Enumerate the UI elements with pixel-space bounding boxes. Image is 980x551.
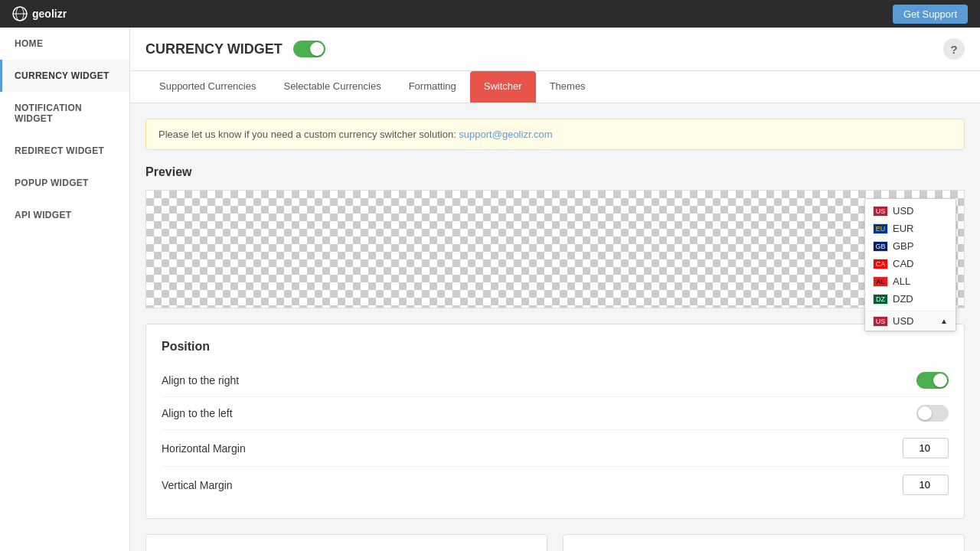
- align-left-toggle[interactable]: [916, 405, 949, 422]
- currency-code-gbp: GBP: [893, 240, 913, 252]
- currency-item-usd[interactable]: US USD: [865, 202, 956, 220]
- page-title: CURRENCY WIDGET: [145, 41, 283, 57]
- logo: geolizr: [12, 6, 67, 21]
- position-section: Position Align to the right Align to the…: [145, 324, 965, 519]
- tab-supported-currencies[interactable]: Supported Currencies: [145, 71, 270, 103]
- flag-usd: US: [873, 206, 888, 217]
- currency-item-cad[interactable]: CA CAD: [865, 255, 956, 272]
- tab-formatting[interactable]: Formatting: [395, 71, 470, 103]
- currency-item-eur[interactable]: EU EUR: [865, 220, 956, 237]
- horizontal-margin-label: Horizontal Margin: [162, 442, 246, 455]
- flag-gbp: GB: [873, 241, 888, 252]
- tab-themes[interactable]: Themes: [536, 71, 599, 103]
- sidebar-item-notification-widget[interactable]: NOTIFICATION WIDGET: [0, 92, 129, 135]
- sidebar-item-api-widget[interactable]: API WIDGET: [0, 199, 129, 231]
- horizontal-margin-row: Horizontal Margin: [162, 430, 949, 467]
- currency-item-dzd[interactable]: DZ DZD: [865, 290, 956, 308]
- currency-dropdown-preview: US USD EU EUR GB GBP CA: [864, 198, 956, 331]
- align-left-row: Align to the left: [162, 397, 949, 430]
- info-text: Please let us know if you need a custom …: [158, 129, 459, 140]
- align-right-label: Align to the right: [162, 374, 239, 386]
- info-banner: Please let us know if you need a custom …: [145, 119, 965, 150]
- style-section: Style Font: Arial, Helvetica, sans-serif…: [145, 534, 547, 551]
- get-support-button[interactable]: Get Support: [893, 5, 968, 24]
- selected-flag: US: [873, 316, 888, 327]
- currency-code-eur: EUR: [893, 223, 913, 234]
- flag-cad: CA: [873, 259, 888, 269]
- tab-selectable-currencies[interactable]: Selectable Currencies: [270, 71, 394, 103]
- currency-item-all[interactable]: AL ALL: [865, 272, 956, 290]
- selected-currency-code: USD: [893, 315, 913, 327]
- topbar: geolizr Get Support: [0, 0, 980, 28]
- widget-enable-toggle[interactable]: [293, 41, 325, 57]
- sidebar-item-currency-widget[interactable]: CURRENCY WIDGET: [0, 60, 129, 92]
- currency-code-usd: USD: [893, 205, 913, 217]
- align-left-label: Align to the left: [162, 407, 233, 419]
- colors-section: Colors Text: Background:: [563, 534, 965, 551]
- horizontal-margin-input[interactable]: [903, 438, 949, 458]
- preview-heading: Preview: [145, 165, 965, 179]
- vertical-margin-row: Vertical Margin: [162, 467, 949, 503]
- currency-code-all: ALL: [893, 276, 910, 287]
- vertical-margin-input[interactable]: [903, 474, 949, 495]
- help-icon[interactable]: ?: [943, 38, 965, 60]
- currency-selected-display[interactable]: US USD ▲: [865, 311, 956, 331]
- tab-switcher[interactable]: Switcher: [470, 71, 536, 103]
- content-area: Please let us know if you need a custom …: [130, 103, 980, 551]
- dropdown-chevron: ▲: [940, 317, 948, 325]
- tabs-bar: Supported Currencies Selectable Currenci…: [130, 71, 980, 103]
- sidebar-item-home[interactable]: HOME: [0, 28, 129, 60]
- currency-list: US USD EU EUR GB GBP CA: [865, 199, 956, 311]
- sidebar: HOME CURRENCY WIDGET NOTIFICATION WIDGET…: [0, 28, 130, 551]
- main-content: CURRENCY WIDGET ? Supported Currencies S…: [130, 28, 980, 551]
- flag-dzd: DZ: [873, 294, 888, 305]
- flag-all: AL: [873, 276, 888, 287]
- currency-item-gbp[interactable]: GB GBP: [865, 237, 956, 255]
- sidebar-item-redirect-widget[interactable]: REDIRECT WIDGET: [0, 135, 129, 167]
- style-colors-section: Style Font: Arial, Helvetica, sans-serif…: [145, 534, 965, 551]
- align-right-toggle[interactable]: [916, 372, 949, 389]
- currency-code-dzd: DZD: [893, 293, 913, 305]
- flag-eur: EU: [873, 223, 888, 234]
- page-header: CURRENCY WIDGET ?: [130, 28, 980, 71]
- position-heading: Position: [162, 340, 949, 354]
- currency-code-cad: CAD: [893, 258, 913, 269]
- support-email-link[interactable]: support@geolizr.com: [459, 129, 552, 140]
- sidebar-item-popup-widget[interactable]: POPUP WIDGET: [0, 167, 129, 199]
- preview-area: US USD EU EUR GB GBP CA: [145, 190, 965, 308]
- align-right-row: Align to the right: [162, 364, 949, 397]
- vertical-margin-label: Vertical Margin: [162, 479, 233, 491]
